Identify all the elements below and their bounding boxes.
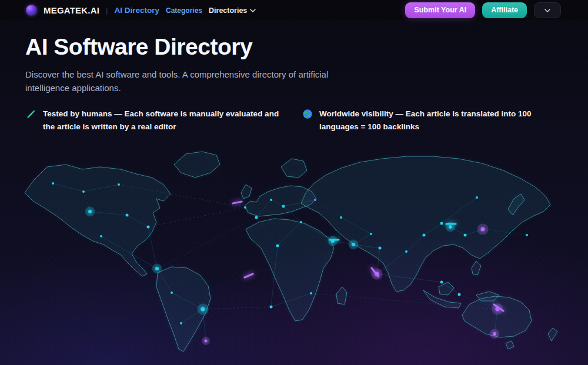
map-node [88,210,92,213]
brand-name: MEGATEK.AI [44,5,99,15]
nav-link-directories[interactable]: Directories [209,6,256,15]
continent-scandinavia [281,159,307,178]
nav-link-ai-directory[interactable]: AI Directory [114,6,159,15]
chevron-down-icon [544,9,550,12]
feature-text: Tested by humans — Each software is manu… [43,108,283,133]
map-glow-dash [245,274,253,277]
map-node [526,234,528,236]
map-node [352,243,355,246]
map-node [405,250,407,253]
map-node [270,306,273,309]
map-node [310,292,312,294]
continent-north-america [25,165,171,276]
map-node [449,225,452,229]
page-title: AI Software Directory [25,34,562,60]
chevron-down-icon [250,9,256,12]
world-map-svg [12,147,576,365]
map-node [244,206,246,209]
world-map [0,142,588,365]
map-node [82,190,85,193]
map-node [458,293,461,296]
map-node [276,245,279,247]
map-link [148,227,157,269]
map-link [157,217,256,269]
map-node [270,199,272,201]
map-node [126,214,129,217]
continent-asia [301,156,550,292]
nav-link-categories[interactable]: Categories [166,6,202,15]
submit-your-ai-button[interactable]: Submit Your AI [405,2,475,18]
navbar-right: Submit Your AI Affiliate [405,2,561,18]
map-node [423,234,426,237]
map-link [148,207,245,227]
feature-list: Tested by humans — Each software is manu… [25,108,562,133]
hero-section: AI Software Directory Discover the best … [0,21,588,133]
continent-philippines [472,261,481,275]
affiliate-button[interactable]: Affiliate [482,2,527,18]
map-node [379,247,382,250]
continent-uk [241,185,252,199]
map-node [496,307,500,312]
map-node [52,182,54,185]
map-node [201,307,205,312]
top-navbar: MEGATEK.AI | AI Directory Categories Dir… [0,0,588,21]
map-node [340,216,342,219]
nav-separator: | [106,6,108,15]
map-node [493,332,496,336]
feature-text: Worldwide visibility — Each article is t… [319,108,562,133]
continent-borneo [439,282,454,295]
map-node [440,281,443,284]
navbar-left: MEGATEK.AI | AI Directory Categories Dir… [26,5,256,16]
map-node [100,235,102,237]
nav-link-directories-label: Directories [209,6,247,15]
continent-new-zealand [548,328,557,341]
map-node [331,239,335,243]
map-node [464,234,467,237]
map-node [370,233,372,235]
map-node [282,205,285,208]
map-node [300,221,302,223]
map-node [440,222,443,225]
continent-greenland [174,152,220,178]
globe-icon [302,108,313,120]
map-link [203,307,271,309]
hero-subtitle: Discover the best AI software and tools.… [25,68,346,95]
map-node [155,267,159,270]
language-dropdown[interactable] [534,2,561,18]
map-node [481,227,485,232]
map-node [147,226,150,229]
pencil-icon [25,108,37,120]
map-node [255,216,258,219]
feature-worldwide-visibility: Worldwide visibility — Each article is t… [302,108,562,133]
map-node [171,292,173,294]
continent-tasmania [506,341,514,349]
feature-tested-by-humans: Tested by humans — Each software is manu… [25,108,299,133]
map-glow-dash [233,202,242,203]
map-node [476,196,478,199]
map-node [118,183,120,186]
continents-outline [25,152,557,351]
map-node [375,272,379,276]
page: MEGATEK.AI | AI Directory Categories Dir… [0,0,588,365]
map-node [180,322,182,324]
brand-logo-icon [26,5,37,16]
map-node [205,340,208,343]
map-node [314,199,316,201]
